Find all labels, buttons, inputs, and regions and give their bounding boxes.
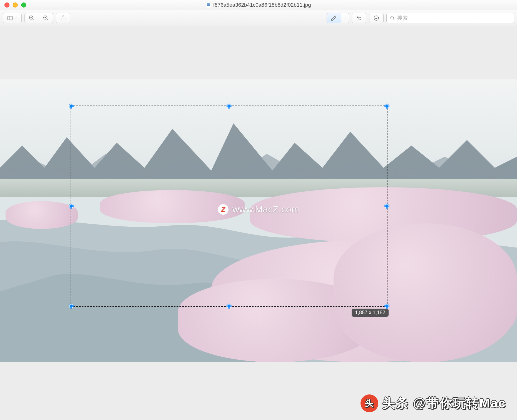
minimize-button[interactable]	[13, 2, 18, 8]
preview-window: f876a5ea362b41c0a86f18b8d2f02b11.jpg	[0, 0, 517, 420]
maximize-button[interactable]	[21, 2, 26, 8]
footer-watermark-text: 头条 @带你玩转Mac	[382, 395, 506, 412]
footer-logo-icon: 头	[361, 394, 378, 412]
selection-handle-top-center[interactable]	[227, 104, 231, 108]
selection-handle-middle-left[interactable]	[69, 204, 73, 208]
titlebar: f876a5ea362b41c0a86f18b8d2f02b11.jpg	[0, 0, 517, 10]
crop-selection[interactable]: 1,857 x 1,182	[71, 106, 387, 307]
chevron-down-icon	[343, 15, 347, 21]
svg-line-6	[47, 19, 48, 20]
zoom-out-icon	[29, 15, 35, 21]
zoom-out-button[interactable]	[24, 13, 39, 23]
sidebar-toggle-button[interactable]	[3, 13, 22, 23]
window-controls	[0, 2, 26, 8]
svg-rect-0	[8, 16, 13, 20]
rotate-left-icon	[356, 15, 362, 21]
search-icon	[390, 16, 395, 21]
sidebar-icon	[7, 15, 13, 21]
toolbar	[0, 10, 517, 26]
rotate-button[interactable]	[352, 13, 366, 23]
selection-handle-top-left[interactable]	[69, 104, 73, 108]
file-icon	[206, 2, 211, 8]
content-area: Z www.MacZ.com 1,857 x 1,182 头 头条 @带你玩转M…	[0, 26, 517, 420]
image-canvas[interactable]: Z www.MacZ.com 1,857 x 1,182	[0, 79, 517, 362]
selection-handle-bottom-center[interactable]	[227, 304, 231, 308]
markup-button[interactable]	[327, 13, 341, 23]
svg-point-11	[391, 16, 394, 19]
markup-dropdown-button[interactable]	[341, 13, 349, 23]
selection-handle-middle-right[interactable]	[385, 204, 389, 208]
highlight-icon	[373, 15, 379, 21]
zoom-group	[24, 13, 53, 23]
filename-label: f876a5ea362b41c0a86f18b8d2f02b11.jpg	[213, 2, 311, 8]
search-field[interactable]	[386, 13, 514, 23]
highlight-button[interactable]	[369, 13, 384, 23]
selection-handle-bottom-right[interactable]	[385, 304, 389, 308]
close-button[interactable]	[4, 2, 9, 8]
window-title: f876a5ea362b41c0a86f18b8d2f02b11.jpg	[0, 2, 517, 8]
zoom-in-icon	[43, 15, 49, 21]
chevron-down-icon	[14, 15, 18, 21]
svg-line-3	[33, 19, 34, 20]
share-button[interactable]	[56, 13, 70, 23]
selection-handle-bottom-left[interactable]	[69, 304, 73, 308]
selection-dimensions-tooltip: 1,857 x 1,182	[352, 309, 389, 317]
share-icon	[60, 15, 66, 21]
search-input[interactable]	[397, 15, 511, 21]
markup-pen-icon	[331, 15, 337, 21]
selection-handle-top-right[interactable]	[385, 104, 389, 108]
zoom-in-button[interactable]	[39, 13, 53, 23]
svg-line-12	[393, 19, 394, 20]
footer-watermark: 头 头条 @带你玩转Mac	[361, 394, 506, 412]
markup-group	[327, 13, 349, 23]
svg-point-10	[374, 16, 379, 20]
